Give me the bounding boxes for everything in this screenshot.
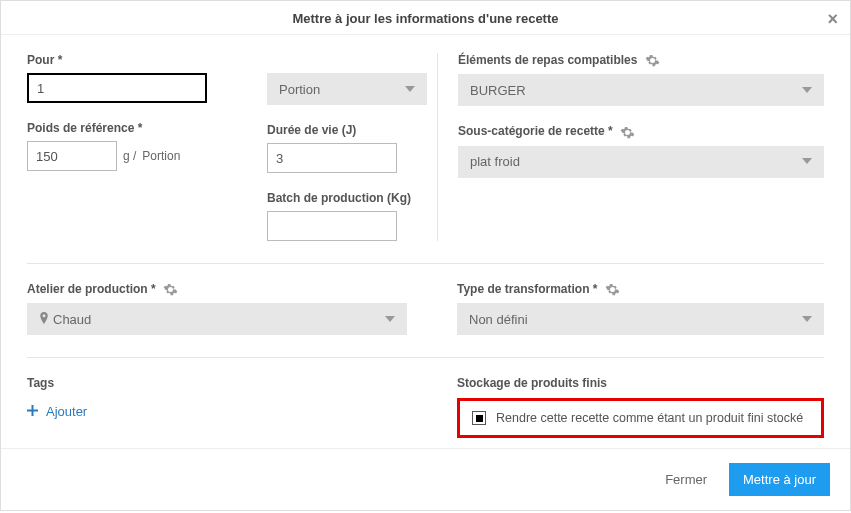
elements-label: Éléments de repas compatibles (458, 53, 824, 68)
atelier-select[interactable]: Chaud (27, 303, 407, 335)
transfo-col: Type de transformation * Non défini (437, 282, 824, 335)
subcol-b: . Portion Durée de vie (J) Batch de prod… (267, 53, 437, 241)
gear-icon[interactable] (605, 282, 620, 296)
caret-down-icon (405, 82, 415, 97)
mid-row: Atelier de production * Chaud Type de tr… (27, 282, 824, 335)
elements-select-value: BURGER (470, 83, 526, 98)
divider (27, 263, 824, 264)
pour-input[interactable] (27, 73, 207, 103)
stockage-label: Stockage de produits finis (457, 376, 824, 390)
gear-icon[interactable] (620, 124, 635, 138)
atelier-label-text: Atelier de production * (27, 282, 156, 296)
transfo-select[interactable]: Non défini (457, 303, 824, 335)
atelier-select-value: Chaud (53, 312, 91, 327)
souscat-label-text: Sous-catégorie de recette * (458, 124, 613, 138)
poids-label: Poids de référence * (27, 121, 247, 135)
stockage-col: Stockage de produits finis Rendre cette … (437, 376, 824, 438)
transfo-label-text: Type de transformation * (457, 282, 597, 296)
top-right-column: Éléments de repas compatibles BURGER Sou… (437, 53, 824, 241)
bottom-row: Tags Ajouter Stockage de produits finis … (27, 376, 824, 438)
close-button[interactable]: Fermer (655, 464, 717, 495)
portion-select[interactable]: Portion (267, 73, 427, 105)
stockage-checkbox[interactable] (472, 411, 486, 425)
batch-input[interactable] (267, 211, 397, 241)
stockage-checkbox-row[interactable]: Rendre cette recette comme étant un prod… (472, 411, 809, 425)
portion-select-value: Portion (279, 82, 320, 97)
top-left-column: Pour * Poids de référence * g / Portion … (27, 53, 437, 241)
poids-input[interactable] (27, 141, 117, 171)
transfo-select-value: Non défini (469, 312, 528, 327)
stockage-highlight: Rendre cette recette comme étant un prod… (457, 398, 824, 438)
tags-col: Tags Ajouter (27, 376, 437, 438)
pin-icon (39, 312, 53, 327)
gear-icon[interactable] (163, 282, 178, 296)
souscat-select[interactable]: plat froid (458, 146, 824, 178)
dialog-content: Pour * Poids de référence * g / Portion … (1, 35, 850, 448)
stockage-checkbox-label: Rendre cette recette comme étant un prod… (496, 411, 803, 425)
transfo-label: Type de transformation * (457, 282, 824, 297)
submit-button[interactable]: Mettre à jour (729, 463, 830, 496)
poids-row: g / Portion (27, 141, 247, 171)
tags-label: Tags (27, 376, 437, 390)
caret-down-icon (802, 83, 812, 98)
checkbox-inner (476, 415, 483, 422)
close-icon[interactable]: × (827, 9, 838, 30)
duree-input[interactable] (267, 143, 397, 173)
caret-down-icon (385, 312, 395, 327)
dialog-title: Mettre à jour les informations d'une rec… (292, 11, 558, 26)
souscat-label: Sous-catégorie de recette * (458, 124, 824, 139)
pour-label: Pour * (27, 53, 247, 67)
duree-label: Durée de vie (J) (267, 123, 437, 137)
add-tag-label: Ajouter (46, 404, 87, 419)
plus-icon (27, 404, 38, 419)
caret-down-icon (802, 154, 812, 169)
elements-select[interactable]: BURGER (458, 74, 824, 106)
subcol-a: Pour * Poids de référence * g / Portion (27, 53, 247, 241)
unit-portion: Portion (142, 149, 180, 163)
dialog: Mettre à jour les informations d'une rec… (0, 0, 851, 511)
elements-label-text: Éléments de repas compatibles (458, 53, 637, 67)
unit-g: g / (123, 149, 136, 163)
atelier-col: Atelier de production * Chaud (27, 282, 437, 335)
dialog-footer: Fermer Mettre à jour (1, 448, 850, 510)
divider (27, 357, 824, 358)
atelier-label: Atelier de production * (27, 282, 437, 297)
gear-icon[interactable] (645, 53, 660, 67)
dialog-title-bar: Mettre à jour les informations d'une rec… (1, 1, 850, 35)
caret-down-icon (802, 312, 812, 327)
top-row: Pour * Poids de référence * g / Portion … (27, 53, 824, 241)
souscat-select-value: plat froid (470, 154, 520, 169)
batch-label: Batch de production (Kg) (267, 191, 437, 205)
add-tag-button[interactable]: Ajouter (27, 404, 437, 419)
svg-rect-1 (27, 410, 38, 412)
